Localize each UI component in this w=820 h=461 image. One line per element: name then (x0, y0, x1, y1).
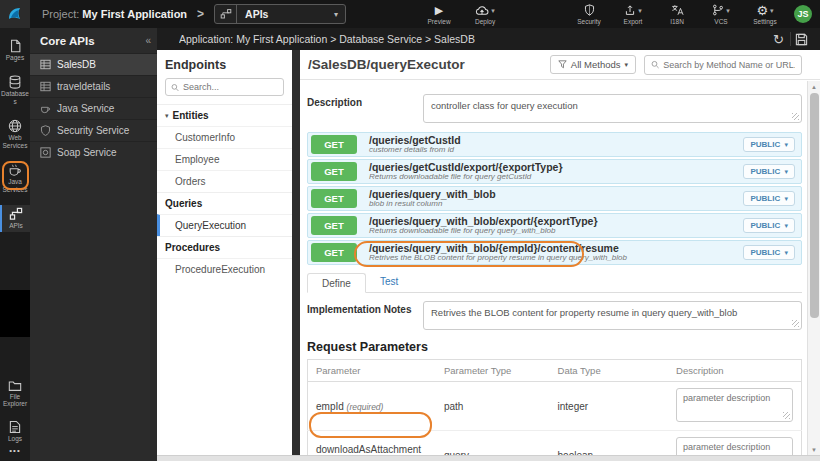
access-label: PUBLIC (750, 194, 780, 203)
collapse-panel-icon[interactable]: « (145, 35, 151, 46)
filter-funnel-icon (558, 60, 567, 69)
panel-splitter[interactable] (292, 50, 300, 455)
access-label: PUBLIC (750, 248, 780, 257)
endpoints-search-input[interactable] (183, 82, 278, 92)
shield-icon (40, 125, 51, 136)
core-api-item-traveldetails[interactable]: traveldetails (30, 75, 157, 97)
rail-item-java-services[interactable]: Java Services (0, 161, 30, 195)
param-description-textarea[interactable] (676, 388, 793, 422)
footer-strip (157, 455, 820, 461)
method-search-input[interactable] (663, 60, 795, 70)
api-row-query-with-blob-export[interactable]: GET /queries/query_with_blob/export/{exp… (307, 213, 802, 238)
rail-label: Java Services (1, 178, 30, 193)
preview-button[interactable]: ▶ Preview (424, 4, 454, 25)
project-breadcrumb: Project: My First Application (42, 8, 187, 20)
deploy-label: Deploy (475, 18, 495, 25)
param-row-empid: empId (required) path integer (308, 382, 802, 431)
section-procedures[interactable]: Procedures (157, 236, 292, 258)
refresh-icon[interactable]: ↻ (767, 33, 790, 46)
rail-spacer-block (0, 290, 30, 337)
section-entities[interactable]: ▾ Entities (157, 104, 292, 126)
app-window: Project: My First Application > APIs ▾ ▶… (0, 0, 820, 461)
core-api-label: Security Service (57, 125, 129, 136)
rail-item-apis[interactable]: APIs (0, 205, 30, 231)
method-badge: GET (311, 243, 357, 262)
cloud-upload-icon: ▾ (475, 4, 495, 17)
core-api-item-salesdb[interactable]: SalesDB (30, 53, 157, 75)
description-textarea[interactable]: controller class for query execution (423, 94, 802, 123)
method-search[interactable] (644, 55, 802, 75)
rail-item-file-explorer[interactable]: File Explorer (0, 378, 30, 410)
rail-item-web-services[interactable]: Web Services (0, 117, 30, 151)
i18n-button[interactable]: I18N (662, 4, 692, 25)
scroll-up-arrow[interactable]: ▲ (811, 81, 817, 92)
scroll-down-arrow[interactable]: ▼ (811, 444, 817, 455)
api-row-getcustid-export[interactable]: GET /queries/getCustId/export/{exportTyp… (307, 159, 802, 184)
param-description-textarea[interactable] (676, 437, 793, 455)
core-api-label: traveldetails (57, 81, 110, 92)
security-label: Security (577, 18, 600, 25)
chevron-down-icon: ▾ (334, 10, 338, 19)
endpoints-search[interactable] (165, 78, 284, 96)
chevron-down-icon: ▾ (165, 112, 169, 120)
vertical-scrollbar[interactable]: ▲ ▼ (807, 81, 820, 455)
methods-filter-dropdown[interactable]: All Methods ▾ (550, 55, 636, 74)
access-label: PUBLIC (750, 167, 780, 176)
endpoint-item-procedureexecution[interactable]: ProcedureExecution (157, 258, 292, 280)
module-dropdown[interactable]: APIs ▾ (214, 4, 346, 24)
chevron-down-icon: ▾ (784, 141, 788, 148)
api-row-getcustid[interactable]: GET /queries/getCustId customer details … (307, 132, 802, 157)
rail-item-databases[interactable]: Databases (0, 73, 30, 107)
section-queries[interactable]: Queries (157, 192, 292, 214)
user-avatar[interactable]: JS (794, 5, 812, 23)
endpoint-summary: blob in result column (369, 200, 743, 208)
core-api-item-security-service[interactable]: Security Service (30, 119, 157, 141)
tab-define[interactable]: Define (307, 273, 366, 293)
deploy-button[interactable]: ▾ Deploy (470, 4, 500, 25)
rail-item-pages[interactable]: Pages (0, 37, 30, 63)
table-icon (40, 59, 51, 70)
core-api-label: Java Service (57, 103, 114, 114)
translate-icon (671, 4, 684, 17)
endpoint-item-customerinfo[interactable]: CustomerInfo (157, 126, 292, 148)
rail-more-button[interactable]: ••• (0, 446, 30, 455)
endpoint-item-employee[interactable]: Employee (157, 148, 292, 170)
security-button[interactable]: Security (574, 4, 604, 25)
rail-item-logs[interactable]: Logs (0, 418, 30, 444)
project-name: My First Application (82, 8, 187, 20)
page-title: /SalesDB/queryExecutor (308, 57, 550, 72)
chevron-down-icon: ▾ (638, 7, 642, 14)
scrollbar-thumb[interactable] (810, 93, 819, 318)
param-name: empId (316, 401, 344, 412)
col-header-description: Description (668, 360, 801, 382)
wavemaker-logo[interactable] (0, 0, 30, 28)
chevron-right-icon: > (197, 7, 204, 21)
search-icon (651, 60, 659, 69)
tab-test[interactable]: Test (366, 272, 412, 292)
soap-icon (40, 147, 51, 158)
implementation-notes-textarea[interactable]: Retrives the BLOB content for property r… (423, 301, 802, 330)
chevron-down-icon: ▾ (784, 222, 788, 229)
access-dropdown[interactable]: PUBLIC ▾ (743, 191, 795, 206)
endpoint-item-queryexecution[interactable]: QueryExecution (157, 214, 292, 236)
access-label: PUBLIC (750, 221, 780, 230)
core-api-item-soap-service[interactable]: Soap Service (30, 141, 157, 163)
core-apis-panel: Core APIs « SalesDB traveldetails Java (30, 28, 157, 461)
vcs-button[interactable]: ▾ VCS (706, 4, 736, 25)
access-dropdown[interactable]: PUBLIC ▾ (743, 164, 795, 179)
core-api-item-java-service[interactable]: Java Service (30, 97, 157, 119)
api-row-query-with-blob-content-resume[interactable]: GET /queries/query_with_blob/{empId}/con… (307, 240, 802, 265)
api-row-query-with-blob[interactable]: GET /queries/query_with_blob blob in res… (307, 186, 802, 211)
rail-label: Pages (1, 54, 30, 61)
save-button[interactable] (791, 33, 812, 46)
endpoint-item-orders[interactable]: Orders (157, 170, 292, 192)
access-dropdown[interactable]: PUBLIC ▾ (743, 218, 795, 233)
export-button[interactable]: ▾ Export (618, 4, 648, 25)
access-dropdown[interactable]: PUBLIC ▾ (743, 245, 795, 260)
access-dropdown[interactable]: PUBLIC ▾ (743, 137, 795, 152)
endpoints-title: Endpoints (157, 56, 292, 78)
param-name: downloadAsAttachment (316, 444, 421, 455)
method-badge: GET (311, 135, 357, 154)
export-label: Export (624, 18, 643, 25)
settings-button[interactable]: ⚙▾ Settings (750, 4, 780, 25)
